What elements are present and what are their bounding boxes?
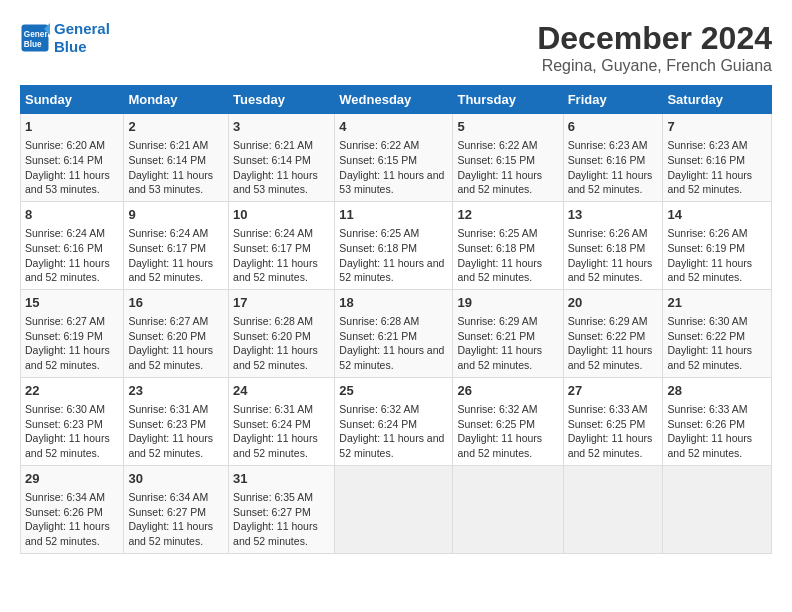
sunset-text: Sunset: 6:15 PM bbox=[457, 154, 535, 166]
column-header-thursday: Thursday bbox=[453, 86, 563, 114]
sunset-text: Sunset: 6:14 PM bbox=[128, 154, 206, 166]
sunrise-text: Sunrise: 6:29 AM bbox=[568, 315, 648, 327]
daylight-text: Daylight: 11 hours and 52 minutes. bbox=[339, 257, 444, 284]
day-number: 3 bbox=[233, 118, 330, 136]
sunset-text: Sunset: 6:20 PM bbox=[128, 330, 206, 342]
calendar-week-row: 8Sunrise: 6:24 AMSunset: 6:16 PMDaylight… bbox=[21, 201, 772, 289]
logo-text-general: General bbox=[54, 20, 110, 37]
sunrise-text: Sunrise: 6:25 AM bbox=[457, 227, 537, 239]
calendar-cell: 8Sunrise: 6:24 AMSunset: 6:16 PMDaylight… bbox=[21, 201, 124, 289]
sunset-text: Sunset: 6:22 PM bbox=[568, 330, 646, 342]
calendar-cell: 22Sunrise: 6:30 AMSunset: 6:23 PMDayligh… bbox=[21, 377, 124, 465]
sunset-text: Sunset: 6:27 PM bbox=[128, 506, 206, 518]
sunrise-text: Sunrise: 6:23 AM bbox=[667, 139, 747, 151]
daylight-text: Daylight: 11 hours and 52 minutes. bbox=[25, 520, 110, 547]
daylight-text: Daylight: 11 hours and 52 minutes. bbox=[457, 432, 542, 459]
daylight-text: Daylight: 11 hours and 52 minutes. bbox=[568, 169, 653, 196]
column-header-tuesday: Tuesday bbox=[229, 86, 335, 114]
calendar-cell: 1Sunrise: 6:20 AMSunset: 6:14 PMDaylight… bbox=[21, 114, 124, 202]
sunrise-text: Sunrise: 6:33 AM bbox=[667, 403, 747, 415]
daylight-text: Daylight: 11 hours and 52 minutes. bbox=[457, 257, 542, 284]
sunrise-text: Sunrise: 6:23 AM bbox=[568, 139, 648, 151]
sunset-text: Sunset: 6:24 PM bbox=[339, 418, 417, 430]
calendar-cell: 19Sunrise: 6:29 AMSunset: 6:21 PMDayligh… bbox=[453, 289, 563, 377]
sunset-text: Sunset: 6:27 PM bbox=[233, 506, 311, 518]
daylight-text: Daylight: 11 hours and 52 minutes. bbox=[25, 257, 110, 284]
sunset-text: Sunset: 6:25 PM bbox=[457, 418, 535, 430]
calendar-cell: 10Sunrise: 6:24 AMSunset: 6:17 PMDayligh… bbox=[229, 201, 335, 289]
sunset-text: Sunset: 6:23 PM bbox=[128, 418, 206, 430]
sunrise-text: Sunrise: 6:31 AM bbox=[128, 403, 208, 415]
sunset-text: Sunset: 6:24 PM bbox=[233, 418, 311, 430]
sunset-text: Sunset: 6:14 PM bbox=[233, 154, 311, 166]
calendar-cell: 27Sunrise: 6:33 AMSunset: 6:25 PMDayligh… bbox=[563, 377, 663, 465]
sunset-text: Sunset: 6:16 PM bbox=[667, 154, 745, 166]
sunrise-text: Sunrise: 6:35 AM bbox=[233, 491, 313, 503]
day-number: 27 bbox=[568, 382, 659, 400]
sunrise-text: Sunrise: 6:27 AM bbox=[25, 315, 105, 327]
day-number: 18 bbox=[339, 294, 448, 312]
calendar-week-row: 29Sunrise: 6:34 AMSunset: 6:26 PMDayligh… bbox=[21, 465, 772, 553]
sunrise-text: Sunrise: 6:34 AM bbox=[25, 491, 105, 503]
sunrise-text: Sunrise: 6:30 AM bbox=[667, 315, 747, 327]
sunrise-text: Sunrise: 6:30 AM bbox=[25, 403, 105, 415]
calendar-cell: 9Sunrise: 6:24 AMSunset: 6:17 PMDaylight… bbox=[124, 201, 229, 289]
daylight-text: Daylight: 11 hours and 52 minutes. bbox=[25, 432, 110, 459]
daylight-text: Daylight: 11 hours and 52 minutes. bbox=[457, 344, 542, 371]
calendar-cell: 16Sunrise: 6:27 AMSunset: 6:20 PMDayligh… bbox=[124, 289, 229, 377]
daylight-text: Daylight: 11 hours and 52 minutes. bbox=[128, 432, 213, 459]
column-header-monday: Monday bbox=[124, 86, 229, 114]
calendar-cell: 4Sunrise: 6:22 AMSunset: 6:15 PMDaylight… bbox=[335, 114, 453, 202]
daylight-text: Daylight: 11 hours and 52 minutes. bbox=[667, 432, 752, 459]
calendar-cell: 13Sunrise: 6:26 AMSunset: 6:18 PMDayligh… bbox=[563, 201, 663, 289]
svg-text:Blue: Blue bbox=[24, 40, 42, 49]
daylight-text: Daylight: 11 hours and 52 minutes. bbox=[568, 257, 653, 284]
calendar-cell: 3Sunrise: 6:21 AMSunset: 6:14 PMDaylight… bbox=[229, 114, 335, 202]
sunrise-text: Sunrise: 6:26 AM bbox=[667, 227, 747, 239]
sunset-text: Sunset: 6:20 PM bbox=[233, 330, 311, 342]
daylight-text: Daylight: 11 hours and 52 minutes. bbox=[667, 344, 752, 371]
logo-icon: General Blue bbox=[20, 23, 50, 53]
daylight-text: Daylight: 11 hours and 52 minutes. bbox=[233, 432, 318, 459]
day-number: 17 bbox=[233, 294, 330, 312]
day-number: 30 bbox=[128, 470, 224, 488]
calendar-week-row: 1Sunrise: 6:20 AMSunset: 6:14 PMDaylight… bbox=[21, 114, 772, 202]
sunrise-text: Sunrise: 6:24 AM bbox=[25, 227, 105, 239]
sunrise-text: Sunrise: 6:22 AM bbox=[339, 139, 419, 151]
day-number: 20 bbox=[568, 294, 659, 312]
daylight-text: Daylight: 11 hours and 52 minutes. bbox=[568, 344, 653, 371]
calendar-cell: 29Sunrise: 6:34 AMSunset: 6:26 PMDayligh… bbox=[21, 465, 124, 553]
day-number: 14 bbox=[667, 206, 767, 224]
sunrise-text: Sunrise: 6:28 AM bbox=[339, 315, 419, 327]
day-number: 31 bbox=[233, 470, 330, 488]
page-title: December 2024 bbox=[537, 20, 772, 57]
sunset-text: Sunset: 6:19 PM bbox=[667, 242, 745, 254]
day-number: 4 bbox=[339, 118, 448, 136]
daylight-text: Daylight: 11 hours and 53 minutes. bbox=[339, 169, 444, 196]
sunset-text: Sunset: 6:25 PM bbox=[568, 418, 646, 430]
sunset-text: Sunset: 6:18 PM bbox=[568, 242, 646, 254]
calendar-cell: 31Sunrise: 6:35 AMSunset: 6:27 PMDayligh… bbox=[229, 465, 335, 553]
daylight-text: Daylight: 11 hours and 52 minutes. bbox=[339, 344, 444, 371]
daylight-text: Daylight: 11 hours and 52 minutes. bbox=[128, 520, 213, 547]
day-number: 15 bbox=[25, 294, 119, 312]
daylight-text: Daylight: 11 hours and 52 minutes. bbox=[25, 344, 110, 371]
calendar-cell: 15Sunrise: 6:27 AMSunset: 6:19 PMDayligh… bbox=[21, 289, 124, 377]
daylight-text: Daylight: 11 hours and 52 minutes. bbox=[457, 169, 542, 196]
calendar-cell: 21Sunrise: 6:30 AMSunset: 6:22 PMDayligh… bbox=[663, 289, 772, 377]
sunset-text: Sunset: 6:17 PM bbox=[233, 242, 311, 254]
logo-text-blue: Blue bbox=[54, 38, 87, 55]
calendar-cell: 28Sunrise: 6:33 AMSunset: 6:26 PMDayligh… bbox=[663, 377, 772, 465]
column-header-sunday: Sunday bbox=[21, 86, 124, 114]
sunrise-text: Sunrise: 6:34 AM bbox=[128, 491, 208, 503]
sunset-text: Sunset: 6:14 PM bbox=[25, 154, 103, 166]
day-number: 26 bbox=[457, 382, 558, 400]
day-number: 19 bbox=[457, 294, 558, 312]
daylight-text: Daylight: 11 hours and 52 minutes. bbox=[128, 257, 213, 284]
calendar-cell bbox=[563, 465, 663, 553]
daylight-text: Daylight: 11 hours and 52 minutes. bbox=[339, 432, 444, 459]
sunrise-text: Sunrise: 6:25 AM bbox=[339, 227, 419, 239]
calendar-cell: 20Sunrise: 6:29 AMSunset: 6:22 PMDayligh… bbox=[563, 289, 663, 377]
calendar-cell: 5Sunrise: 6:22 AMSunset: 6:15 PMDaylight… bbox=[453, 114, 563, 202]
day-number: 22 bbox=[25, 382, 119, 400]
